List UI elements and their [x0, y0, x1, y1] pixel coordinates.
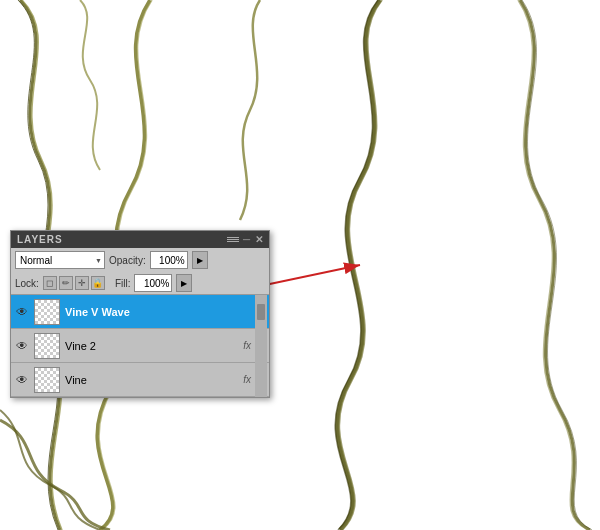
- close-button[interactable]: ✕: [255, 234, 264, 245]
- opacity-label: Opacity:: [109, 255, 146, 266]
- layer-row[interactable]: 👁 Vine fx: [11, 363, 269, 397]
- layers-list: 👁 Vine V Wave 👁 Vine 2 fx 👁 Vine fx: [11, 294, 269, 397]
- layer-name: Vine: [65, 374, 243, 386]
- layer-row[interactable]: 👁 Vine 2 fx: [11, 329, 269, 363]
- layer-row[interactable]: 👁 Vine V Wave: [11, 295, 269, 329]
- layer-name: Vine 2: [65, 340, 243, 352]
- lock-fill-row: Lock: ◻ ✏ ✛ 🔒 Fill: ▶: [11, 272, 269, 294]
- lock-all-btn[interactable]: 🔒: [91, 276, 105, 290]
- layer-thumbnail: [34, 367, 60, 393]
- blend-mode-select[interactable]: Normal Multiply Screen Overlay: [15, 251, 105, 269]
- layer-fx-badge: fx: [243, 340, 251, 351]
- layer-name: Vine V Wave: [65, 306, 255, 318]
- blend-opacity-row: Normal Multiply Screen Overlay Opacity: …: [11, 248, 269, 272]
- lock-position-btn[interactable]: ✛: [75, 276, 89, 290]
- fill-arrow-btn[interactable]: ▶: [176, 274, 192, 292]
- panel-menu-icon[interactable]: [227, 237, 239, 242]
- blend-mode-wrapper: Normal Multiply Screen Overlay: [15, 251, 105, 269]
- layer-visibility-toggle[interactable]: 👁: [13, 337, 31, 355]
- fill-input[interactable]: [134, 274, 172, 292]
- lock-image-btn[interactable]: ✏: [59, 276, 73, 290]
- opacity-input[interactable]: [150, 251, 188, 269]
- layer-thumbnail: [34, 333, 60, 359]
- panel-title: LAYERS: [17, 234, 63, 245]
- lock-icons: ◻ ✏ ✛ 🔒: [43, 276, 105, 290]
- fill-label: Fill:: [115, 278, 131, 289]
- layer-visibility-toggle[interactable]: 👁: [13, 371, 31, 389]
- layer-thumbnail: [34, 299, 60, 325]
- layers-panel: LAYERS ─ ✕ Normal Multiply Screen Overla…: [10, 230, 270, 398]
- lock-label: Lock:: [15, 278, 39, 289]
- panel-titlebar: LAYERS ─ ✕: [11, 231, 269, 248]
- layer-fx-badge: fx: [243, 374, 251, 385]
- layer-visibility-toggle[interactable]: 👁: [13, 303, 31, 321]
- minimize-button[interactable]: ─: [243, 234, 251, 245]
- lock-transparent-btn[interactable]: ◻: [43, 276, 57, 290]
- titlebar-controls: ─ ✕: [227, 234, 263, 245]
- opacity-arrow-btn[interactable]: ▶: [192, 251, 208, 269]
